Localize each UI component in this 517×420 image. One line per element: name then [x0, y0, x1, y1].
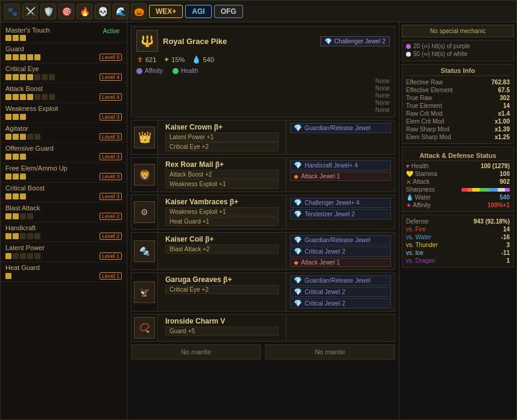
purple-dot	[406, 44, 411, 49]
skill-free-elem[interactable]: Free Elem/Ammo Up Level 3	[1, 163, 127, 183]
middle-panel: 🔱 Royal Grace Pike 💎 Challenger Jewel 2 …	[127, 22, 399, 419]
weapon-jewel[interactable]: 💎 Challenger Jewel 2	[320, 36, 390, 46]
stat-defense: Defense 943 (92.18%)	[406, 218, 510, 225]
main-container: 🐾 ⚔️ 🛡️ 🎯 🔥 💀 🌊 🎃 WEX+ AGI OFG Master's …	[0, 0, 517, 420]
dot	[20, 174, 26, 180]
weapon-name: Royal Grace Pike	[163, 37, 227, 46]
dot	[5, 154, 11, 160]
skill-guard[interactable]: Guard Level 5	[1, 43, 127, 63]
vambraces-skill2: Heat Guard +1	[165, 217, 279, 226]
special-mechanic: No special mechanic	[402, 25, 514, 37]
skill-weakness-exploit[interactable]: Weakness Exploit Level 3	[1, 103, 127, 123]
coil-jewel2[interactable]: 💎 Critical Jewel 2	[290, 246, 391, 257]
mantle-row: No mantle No mantle	[131, 344, 395, 360]
skill-agitator[interactable]: Agitator Level 3	[1, 123, 127, 143]
skill-offensive-guard[interactable]: Offensive Guard Level 3	[1, 143, 127, 163]
nav-icon-water[interactable]: 🌊	[113, 4, 128, 19]
left-sidebar: Master's Touch Active Guard	[1, 22, 127, 419]
dot-empty	[49, 74, 55, 80]
skill-handicraft[interactable]: Handicraft Level 2	[1, 222, 127, 242]
right-panel: No special mechanic 20 (∞) hit(s) of pur…	[399, 22, 516, 419]
dot	[20, 193, 26, 199]
skill-critical-eye[interactable]: Critical Eye Level 4	[1, 63, 127, 83]
mantle-left[interactable]: No mantle	[131, 344, 261, 360]
nav-icon-sword[interactable]: ⚔️	[22, 4, 38, 19]
status-header: Status Info	[406, 67, 510, 76]
dot	[13, 35, 19, 41]
crown-skill2: Critical Eye +2	[165, 142, 279, 151]
affinity-icon: ✦	[163, 55, 170, 64]
skill-blast-attack[interactable]: Blast Attack Level 2	[1, 202, 127, 222]
sharpness-green	[480, 188, 489, 192]
greaves-jewel2[interactable]: 💎 Critical Jewel 2	[290, 287, 391, 297]
vambraces-skill1: Weakness Exploit +1	[165, 207, 279, 216]
dot-empty	[20, 233, 26, 239]
dot	[5, 54, 11, 60]
dot	[20, 54, 26, 60]
mail-jewel2[interactable]: ◆ Attack Jewel 1	[290, 172, 391, 181]
greaves-jewel1[interactable]: 💎 Guardian/Release Jewel	[290, 275, 391, 286]
nav-icon-paw[interactable]: 🐾	[4, 4, 20, 19]
dot-empty	[34, 94, 40, 100]
dot	[5, 193, 11, 199]
dot	[13, 213, 19, 219]
nav-icon-fire[interactable]: 🔥	[77, 4, 92, 19]
stat-true-element: True Element 14	[406, 102, 510, 110]
gem-icon: 💎	[294, 161, 302, 169]
armor-rex-roar-mail[interactable]: 🦁 Rex Roar Mail β+ Attack Boost +2 Weakn…	[131, 157, 395, 192]
dot	[20, 35, 26, 41]
dot	[20, 134, 26, 140]
nav-icon-skull[interactable]: 💀	[95, 4, 110, 19]
coil-jewel1[interactable]: 💎 Guardian/Release Jewel	[290, 235, 391, 245]
stat-elem-crit-mod: Elem Crit Mod x1.00	[406, 118, 510, 125]
stat-raw-crit-mod: Raw Crit Mod x1.4	[406, 110, 510, 118]
stat-vs-thunder: vs. Thunder 3	[406, 241, 510, 249]
coil-jewel3[interactable]: ◆ Attack Jewel 1	[290, 258, 391, 267]
vambraces-icon: ⚙	[134, 201, 155, 223]
sharpness-white	[498, 188, 505, 192]
dot	[5, 134, 11, 140]
mail-skill1: Attack Boost +2	[165, 170, 279, 179]
weapon-section: 🔱 Royal Grace Pike 💎 Challenger Jewel 2 …	[131, 26, 395, 118]
tab-wex[interactable]: WEX+	[149, 5, 183, 18]
skill-masters-touch[interactable]: Master's Touch Active	[1, 25, 127, 43]
nav-icon-shield[interactable]: 🛡️	[40, 4, 56, 19]
stat-water: 💧 Water 540	[406, 193, 510, 201]
armor-kaiser-vambraces[interactable]: ⚙ Kaiser Vambraces β+ Weakness Exploit +…	[131, 195, 395, 230]
armor-garuga-greaves[interactable]: 🦅 Garuga Greaves β+ Critical Eye +2 💎 Gu…	[131, 272, 395, 312]
jewel-circle-icon: ◆	[294, 173, 299, 180]
dot	[20, 154, 26, 160]
armor-kaiser-coil[interactable]: 🔩 Kaiser Coil β+ Blast Attack +2 💎 Guard…	[131, 232, 395, 270]
sharpness-purple	[505, 188, 510, 192]
health-augment: Health	[173, 67, 198, 74]
mail-jewel1[interactable]: 💎 Handicraft Jewel+ 4	[290, 160, 391, 171]
crown-jewel1[interactable]: 💎 Guardian/Release Jewel	[290, 123, 391, 133]
mantle-right[interactable]: No mantle	[265, 344, 395, 360]
dot	[13, 233, 19, 239]
greaves-jewel3[interactable]: 💎 Critical Jewel 2	[290, 298, 391, 309]
stat-elem-sharp-mod: Elem Sharp Mod x1.25	[406, 133, 510, 141]
stat-true-raw: True Raw 302	[406, 94, 510, 102]
weapon-attack-stat: 🗡 621	[136, 55, 156, 64]
vambraces-jewel2[interactable]: 💎 Tenderizer Jewel 2	[290, 209, 391, 219]
dot	[13, 134, 19, 140]
nav-icon-pumpkin[interactable]: 🎃	[131, 4, 147, 19]
dot-empty	[20, 253, 26, 259]
gem-icon: 💎	[294, 277, 302, 284]
tab-agi[interactable]: AGI	[185, 5, 211, 18]
nav-icon-target[interactable]: 🎯	[59, 4, 74, 19]
skill-critical-boost[interactable]: Critical Boost Level 3	[1, 183, 127, 202]
dot-empty	[27, 233, 33, 239]
charm-section[interactable]: 📿 Ironside Charm V Guard +5	[131, 314, 395, 342]
armor-kaiser-crown[interactable]: 👑 Kaiser Crown β+ Latent Power +1 Critic…	[131, 120, 395, 155]
dot	[13, 94, 19, 100]
health-aug-dot	[173, 68, 179, 74]
vs-section: Defense 943 (92.18%) vs. Fire 14 vs. Wat…	[402, 215, 514, 268]
skill-attack-boost[interactable]: Attack Boost Level 4	[1, 83, 127, 103]
tab-ofg[interactable]: OFG	[214, 5, 243, 18]
skill-latent-power[interactable]: Latent Power Level 1	[1, 242, 127, 262]
vambraces-jewel1[interactable]: 💎 Challenger Jewel+ 4	[290, 198, 391, 208]
charm-skill: Guard +5	[165, 327, 279, 336]
jewel-orange-icon: ◆	[294, 259, 299, 266]
skill-heat-guard[interactable]: Heat Guard Level 1	[1, 262, 127, 282]
